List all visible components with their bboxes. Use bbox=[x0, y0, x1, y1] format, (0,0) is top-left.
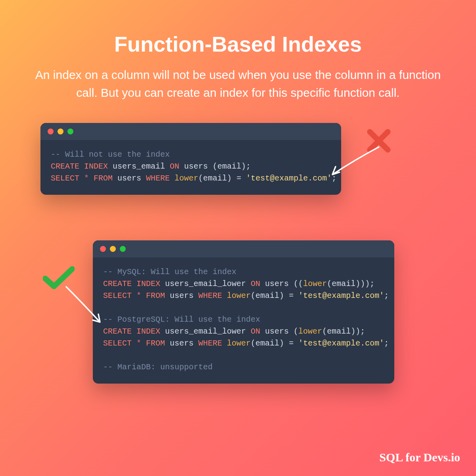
txt: * bbox=[132, 339, 146, 348]
kw: WHERE bbox=[198, 339, 222, 348]
code-comment: -- PostgreSQL: Will use the index bbox=[103, 315, 260, 324]
footer-brand: SQL for Devs.io bbox=[379, 451, 460, 464]
txt: users_email bbox=[108, 162, 170, 171]
kw: ON bbox=[251, 327, 260, 336]
arrow-icon bbox=[62, 282, 106, 326]
txt: (email) = bbox=[198, 174, 246, 183]
txt: users_email_lower bbox=[160, 279, 251, 288]
kw: SELECT bbox=[103, 291, 132, 300]
traffic-light-green-icon bbox=[120, 246, 126, 252]
txt: (email) = bbox=[251, 339, 298, 348]
traffic-light-yellow-icon bbox=[110, 246, 116, 252]
txt: * bbox=[79, 174, 94, 183]
str: 'test@example.com' bbox=[298, 339, 384, 348]
fn: lower bbox=[227, 291, 251, 300]
traffic-light-red-icon bbox=[48, 129, 54, 134]
txt: users ( bbox=[260, 327, 298, 336]
fn: lower bbox=[175, 174, 198, 183]
fn: lower bbox=[303, 279, 327, 288]
kw: ON bbox=[251, 279, 260, 288]
kw: WHERE bbox=[198, 291, 222, 300]
fn: lower bbox=[298, 327, 322, 336]
kw: FROM bbox=[94, 174, 113, 183]
fn: lower bbox=[227, 339, 251, 348]
code-window-good: -- MySQL: Will use the index CREATE INDE… bbox=[93, 240, 394, 384]
kw: SELECT bbox=[51, 174, 79, 183]
window-bar bbox=[40, 123, 341, 140]
str: 'test@example.com' bbox=[298, 291, 384, 300]
code-body: -- Will not use the index CREATE INDEX u… bbox=[40, 140, 341, 195]
code-window-bad: -- Will not use the index CREATE INDEX u… bbox=[40, 123, 341, 195]
txt: users (email); bbox=[179, 162, 251, 171]
txt: (email)); bbox=[322, 327, 365, 336]
txt: users bbox=[165, 339, 198, 348]
txt bbox=[222, 339, 227, 348]
txt: (email) = bbox=[251, 291, 298, 300]
kw: SELECT bbox=[103, 339, 132, 348]
code-comment: -- Will not use the index bbox=[51, 150, 170, 159]
kw: FROM bbox=[146, 291, 165, 300]
txt: (email))); bbox=[327, 279, 374, 288]
txt: ; bbox=[384, 291, 389, 300]
arrow-icon bbox=[328, 144, 383, 179]
kw: CREATE INDEX bbox=[103, 279, 160, 288]
code-body: -- MySQL: Will use the index CREATE INDE… bbox=[93, 257, 394, 384]
code-comment: -- MySQL: Will use the index bbox=[103, 267, 236, 276]
kw: CREATE INDEX bbox=[51, 162, 108, 171]
window-bar bbox=[93, 240, 394, 257]
traffic-light-yellow-icon bbox=[58, 129, 63, 134]
kw: ON bbox=[170, 162, 179, 171]
kw: WHERE bbox=[146, 174, 170, 183]
txt: users bbox=[165, 291, 198, 300]
txt: * bbox=[132, 291, 146, 300]
traffic-light-green-icon bbox=[67, 129, 73, 134]
kw: FROM bbox=[146, 339, 165, 348]
kw: CREATE INDEX bbox=[103, 327, 160, 336]
txt: users bbox=[113, 174, 146, 183]
txt: ; bbox=[384, 339, 389, 348]
traffic-light-red-icon bbox=[100, 246, 106, 252]
txt: users (( bbox=[260, 279, 303, 288]
txt: users_email_lower bbox=[160, 327, 251, 336]
page-subtitle: An index on a column will not be used wh… bbox=[28, 66, 448, 102]
page-title: Function-Based Indexes bbox=[24, 32, 452, 56]
code-comment: -- MariaDB: unsupported bbox=[103, 363, 213, 372]
txt bbox=[170, 174, 175, 183]
str: 'test@example.com' bbox=[246, 174, 332, 183]
txt bbox=[222, 291, 227, 300]
